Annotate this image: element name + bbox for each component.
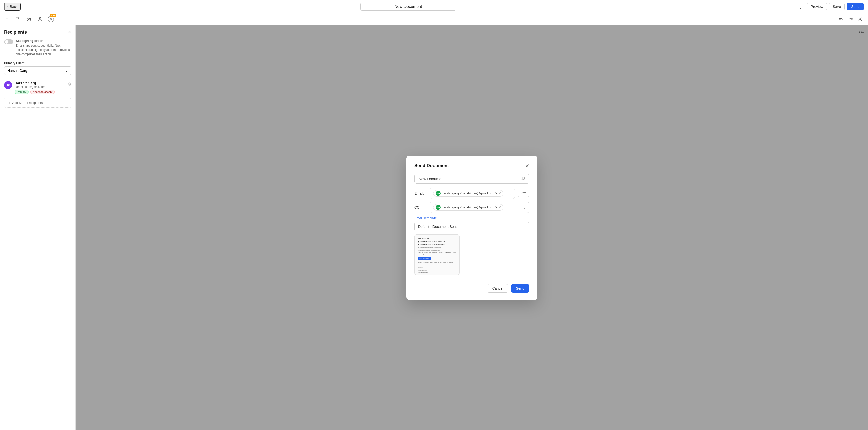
- recipient-name: Harshit Garg: [14, 81, 65, 85]
- recipient-badges: Primary Needs to accept: [14, 90, 65, 94]
- file-icon[interactable]: [14, 16, 22, 23]
- topbar: ‹ Back ⋮ Preview Save Send: [0, 0, 868, 13]
- back-button[interactable]: ‹ Back: [4, 2, 21, 10]
- client-name: Harshit Garg: [7, 69, 27, 73]
- doc-name-text: New Document: [418, 177, 444, 181]
- svg-point-0: [39, 18, 41, 19]
- back-label: Back: [10, 4, 18, 8]
- sidebar-header: Recipients ✕: [4, 29, 71, 35]
- compare-icon[interactable]: [857, 16, 864, 23]
- content-area: ••• Send Document ✕ New Document 12 Emai…: [76, 25, 868, 430]
- add-recipients-button[interactable]: + Add More Recipients: [4, 98, 71, 108]
- modal-footer: Cancel Send: [414, 280, 529, 293]
- email-tag: HG harshit garg <harshit.tsa@gmail.com> …: [433, 190, 503, 197]
- modal-overlay: Send Document ✕ New Document 12 Email: H…: [76, 25, 868, 430]
- email-tag-avatar: HG: [435, 191, 440, 196]
- signing-order-section: Set signing order Emails are sent sequen…: [4, 39, 71, 56]
- topbar-center: [21, 2, 796, 10]
- email-template-section: Email Template Default - Document Sent D…: [414, 216, 529, 275]
- preview-email-content: Document for {{document.recipient.firstN…: [417, 238, 457, 274]
- cc-tag: HG harshit garg <harshit.tsa@gmail.com> …: [433, 204, 503, 211]
- preview-button[interactable]: Preview: [807, 3, 827, 10]
- preview-body-line3: Unable to see the document button? View …: [417, 261, 457, 264]
- send-modal-button[interactable]: Send: [511, 284, 529, 293]
- send-document-modal: Send Document ✕ New Document 12 Email: H…: [406, 156, 537, 300]
- preview-org: {{solution.name}}: [417, 271, 457, 274]
- signing-order-desc: Emails are sent sequentially: Next recip…: [16, 44, 71, 56]
- cc-button[interactable]: CC: [518, 190, 529, 197]
- signing-order-label: Set signing order: [16, 39, 71, 42]
- preview-subject: Document for {{document.recipient.firstN…: [417, 238, 457, 246]
- signing-order-toggle[interactable]: [4, 39, 13, 45]
- person-icon[interactable]: [36, 16, 44, 23]
- client-select[interactable]: Harshit Garg ⌄: [4, 66, 71, 75]
- client-select-chevron-icon: ⌄: [65, 69, 68, 73]
- cc-label: CC:: [414, 205, 427, 209]
- signing-order-text: Set signing order Emails are sent sequen…: [16, 39, 71, 56]
- modal-close-button[interactable]: ✕: [525, 163, 529, 169]
- template-select[interactable]: Default - Document Sent: [414, 222, 529, 231]
- topbar-left: ‹ Back: [4, 2, 21, 10]
- avatar: HG: [4, 81, 12, 89]
- email-tag-text: harshit garg <harshit.tsa@gmail.com>: [441, 191, 497, 195]
- email-chevron-icon[interactable]: ⌄: [509, 191, 512, 195]
- sidebar: Recipients ✕ Set signing order Emails ar…: [0, 25, 76, 430]
- sidebar-title: Recipients: [4, 30, 27, 35]
- cc-field-row: CC: HG harshit garg <harshit.tsa@gmail.c…: [414, 202, 529, 213]
- toggle-slider: [4, 39, 13, 45]
- char-count: 12: [521, 177, 525, 181]
- recipient-info: Harshit Garg harshit.tsa@gmail.com Prima…: [14, 81, 65, 94]
- variable-icon[interactable]: (x): [26, 16, 33, 22]
- primary-badge: Primary: [14, 90, 29, 94]
- topbar-right: ⋮ Preview Save Send: [796, 2, 864, 10]
- svg-point-1: [860, 19, 861, 20]
- toolbar-right-icons: [837, 16, 864, 23]
- back-chevron-icon: ‹: [7, 4, 8, 8]
- email-template-label: Email Template: [414, 216, 529, 220]
- email-template-preview: Document for {{document.recipient.firstN…: [414, 234, 460, 275]
- cc-tag-text: harshit garg <harshit.tsa@gmail.com>: [441, 205, 497, 209]
- document-title-input[interactable]: [360, 2, 456, 10]
- delete-recipient-icon[interactable]: [68, 82, 71, 86]
- send-top-button[interactable]: Send: [846, 3, 864, 10]
- email-label: Email:: [414, 191, 427, 195]
- cancel-button[interactable]: Cancel: [487, 284, 509, 293]
- more-options-button[interactable]: ⋮: [796, 2, 805, 10]
- recipient-email: harshit.tsa@gmail.com: [14, 85, 65, 89]
- needs-accept-badge: Needs to accept: [30, 90, 55, 94]
- new-badge: New: [50, 14, 57, 17]
- recipient-item: HG Harshit Garg harshit.tsa@gmail.com Pr…: [4, 79, 71, 96]
- preview-name: {{user.name}}: [417, 269, 457, 271]
- email-field-row: Email: HG harshit garg <harshit.tsa@gmai…: [414, 188, 529, 199]
- cc-input-area[interactable]: HG harshit garg <harshit.tsa@gmail.com> …: [430, 202, 529, 213]
- cc-chevron-icon[interactable]: ⌄: [523, 205, 526, 209]
- close-sidebar-icon[interactable]: ✕: [68, 29, 71, 35]
- doc-name-row: New Document 12: [414, 174, 529, 184]
- main-area: Recipients ✕ Set signing order Emails ar…: [0, 25, 868, 430]
- preview-view-btn: View document: [417, 257, 431, 260]
- dollar-new-badge-container: S New: [48, 16, 54, 22]
- modal-title: Send Document: [414, 163, 449, 168]
- toolbar: + (x) S New: [0, 13, 868, 25]
- undo-icon[interactable]: [837, 16, 845, 23]
- redo-icon[interactable]: [847, 16, 855, 23]
- preview-sign: Regards,: [417, 266, 457, 269]
- email-input-area[interactable]: HG harshit garg <harshit.tsa@gmail.com> …: [430, 188, 515, 199]
- signing-order-row: Set signing order Emails are sent sequen…: [4, 39, 71, 56]
- save-button[interactable]: Save: [829, 3, 844, 10]
- avatar-initials: HG: [5, 83, 10, 87]
- primary-client-label: Primary Client: [4, 61, 71, 65]
- preview-body-line1: Hi {{document.recipient.firstName}}, {{d…: [417, 247, 457, 251]
- add-recipients-label: Add More Recipients: [12, 101, 43, 105]
- email-tag-remove-icon[interactable]: ✕: [499, 192, 501, 195]
- cc-tag-remove-icon[interactable]: ✕: [499, 206, 501, 209]
- add-icon[interactable]: +: [4, 16, 10, 23]
- modal-header: Send Document ✕: [414, 163, 529, 169]
- cc-tag-avatar: HG: [435, 205, 440, 210]
- preview-body-line2: {{sender.name}} sent you a document. Cli…: [417, 251, 457, 256]
- add-icon-btn: +: [8, 101, 10, 105]
